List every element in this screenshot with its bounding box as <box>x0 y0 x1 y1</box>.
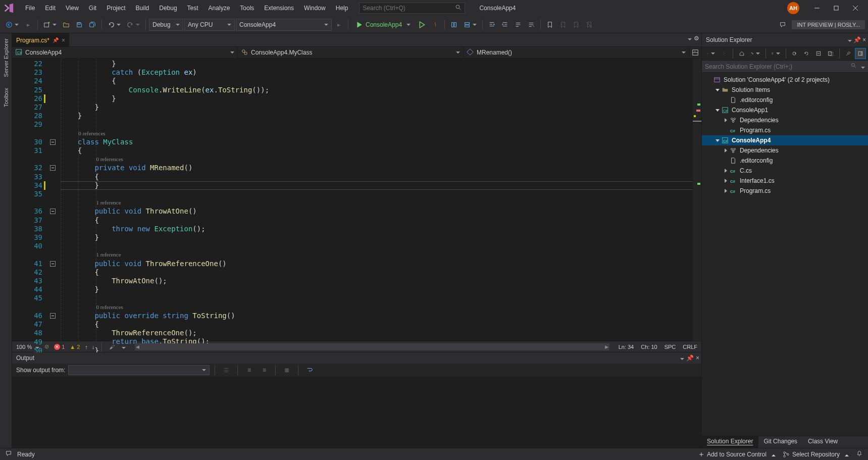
se-search-input[interactable] <box>705 63 851 70</box>
tree-item[interactable]: C#Program.cs <box>702 186 868 196</box>
back-nav-button[interactable] <box>3 19 21 31</box>
server-explorer-tab[interactable]: Server Explorer <box>2 35 10 80</box>
output-close-icon[interactable]: × <box>696 354 699 362</box>
indent-left-button[interactable] <box>486 19 498 31</box>
scroll-map[interactable] <box>692 59 701 341</box>
menu-analyze[interactable]: Analyze <box>203 3 235 14</box>
menu-test[interactable]: Test <box>182 3 203 14</box>
close-button[interactable] <box>846 1 865 15</box>
comment-button[interactable] <box>512 19 524 31</box>
tree-expander[interactable] <box>714 137 721 144</box>
tree-item[interactable]: Solution Items <box>702 85 868 95</box>
save-all-button[interactable] <box>86 19 98 31</box>
output-body[interactable] <box>12 377 701 448</box>
startup-project-select[interactable]: ConsoleApp4 <box>236 19 332 31</box>
fold-toggle[interactable] <box>50 139 56 145</box>
menu-build[interactable]: Build <box>131 3 155 14</box>
output-wrap-button[interactable] <box>303 364 316 376</box>
toolbox-tab[interactable]: Toolbox <box>2 85 10 110</box>
se-window-menu[interactable] <box>846 36 852 43</box>
tree-expander[interactable] <box>722 187 729 194</box>
notifications-icon[interactable] <box>856 450 863 458</box>
fold-column[interactable] <box>46 59 61 341</box>
tree-expander[interactable] <box>722 177 729 184</box>
tree-item[interactable]: Dependencies <box>702 145 868 156</box>
preview-badge[interactable]: INT PREVIEW | ROSLY... <box>792 20 865 29</box>
tree-expander[interactable] <box>722 147 729 154</box>
maximize-button[interactable] <box>827 1 846 15</box>
document-tab[interactable]: Program.cs* 📌 × <box>12 33 69 46</box>
search-input[interactable] <box>363 5 455 12</box>
se-collapse-button[interactable] <box>813 48 824 59</box>
menu-edit[interactable]: Edit <box>40 3 61 14</box>
output-clear-button[interactable]: ≣ <box>281 364 293 376</box>
tab-settings-icon[interactable]: ⚙ <box>694 35 699 42</box>
forward-nav-button[interactable]: ▸ <box>22 19 34 31</box>
add-source-control-button[interactable]: Add to Source Control <box>698 451 776 458</box>
panel-tab-solution-explorer[interactable]: Solution Explorer <box>702 436 758 448</box>
codelens[interactable]: 0 references <box>78 129 105 138</box>
nav-class-select[interactable]: ConsoleApp4.MyClass <box>238 47 464 58</box>
output-next-button[interactable]: ≡ <box>258 364 270 376</box>
nav-member-select[interactable]: MRenamed() <box>464 47 689 58</box>
indent-mode[interactable]: SPC <box>665 344 676 350</box>
uncomment-button[interactable] <box>525 19 537 31</box>
se-properties-button[interactable] <box>843 48 854 59</box>
horizontal-scrollbar[interactable]: ◀▶ <box>135 343 609 350</box>
save-button[interactable] <box>73 19 85 31</box>
menu-tools[interactable]: Tools <box>235 3 259 14</box>
tree-item[interactable]: C#Program.cs <box>702 125 868 135</box>
solution-tree[interactable]: Solution 'ConsoleApp4' (2 of 2 projects)… <box>702 73 868 436</box>
output-source-select[interactable] <box>68 365 210 375</box>
fold-toggle[interactable] <box>50 313 56 319</box>
glyph-margin[interactable] <box>12 59 26 341</box>
codelens[interactable]: 0 references <box>96 155 123 164</box>
solution-explorer-header[interactable]: Solution Explorer 📌 × <box>702 33 868 46</box>
menu-file[interactable]: File <box>20 3 40 14</box>
menu-help[interactable]: Help <box>331 3 353 14</box>
fold-toggle[interactable] <box>50 261 56 267</box>
redo-button[interactable] <box>124 19 142 31</box>
step-over-button[interactable] <box>461 19 479 31</box>
se-search-box[interactable] <box>702 61 868 73</box>
indent-right-button[interactable] <box>499 19 511 31</box>
no-issues-icon[interactable]: ⊘ <box>44 343 49 350</box>
tab-list-dropdown[interactable] <box>686 35 692 42</box>
tree-expander[interactable] <box>714 86 721 93</box>
se-preview-button[interactable] <box>855 48 866 59</box>
fold-toggle[interactable] <box>50 209 56 214</box>
output-find-button[interactable] <box>220 364 232 376</box>
undo-button[interactable] <box>105 19 123 31</box>
tree-item[interactable]: Solution 'ConsoleApp4' (2 of 2 projects) <box>702 75 868 85</box>
feedback-icon[interactable] <box>5 450 12 458</box>
se-pin-icon[interactable]: 📌 <box>853 36 861 43</box>
profile-button[interactable]: ▸ <box>333 19 345 31</box>
se-filter-button[interactable] <box>769 48 782 59</box>
search-box[interactable] <box>359 3 465 14</box>
open-file-button[interactable] <box>60 19 72 31</box>
nav-project-select[interactable]: C# ConsoleApp4 <box>12 47 238 58</box>
se-close-icon[interactable]: × <box>862 36 866 43</box>
hot-reload-button[interactable] <box>429 19 441 31</box>
split-editor-button[interactable]: + <box>689 47 701 58</box>
new-project-button[interactable] <box>41 19 59 31</box>
start-debug-button[interactable]: ConsoleApp4 <box>351 19 415 31</box>
tree-expander[interactable] <box>722 117 729 124</box>
panel-tab-class-view[interactable]: Class View <box>803 436 843 448</box>
se-forward-button[interactable] <box>719 48 730 59</box>
output-window-menu[interactable] <box>678 354 684 362</box>
step-into-button[interactable] <box>448 19 460 31</box>
menu-debug[interactable]: Debug <box>154 3 182 14</box>
tree-item[interactable]: .editorconfig <box>702 156 868 166</box>
se-refresh-button[interactable] <box>801 48 812 59</box>
tree-item[interactable]: C#C.cs <box>702 166 868 176</box>
se-home-button[interactable] <box>736 48 747 59</box>
bookmark-button[interactable] <box>544 19 556 31</box>
platform-select[interactable]: Any CPU <box>184 19 235 31</box>
output-prev-button[interactable]: ≡ <box>243 364 255 376</box>
fold-toggle[interactable] <box>50 165 56 171</box>
next-bookmark-button[interactable] <box>570 19 582 31</box>
char-indicator[interactable]: Ch: 10 <box>641 344 657 350</box>
tree-item[interactable]: C#ConsoleApp1 <box>702 105 868 115</box>
menu-view[interactable]: View <box>61 3 84 14</box>
